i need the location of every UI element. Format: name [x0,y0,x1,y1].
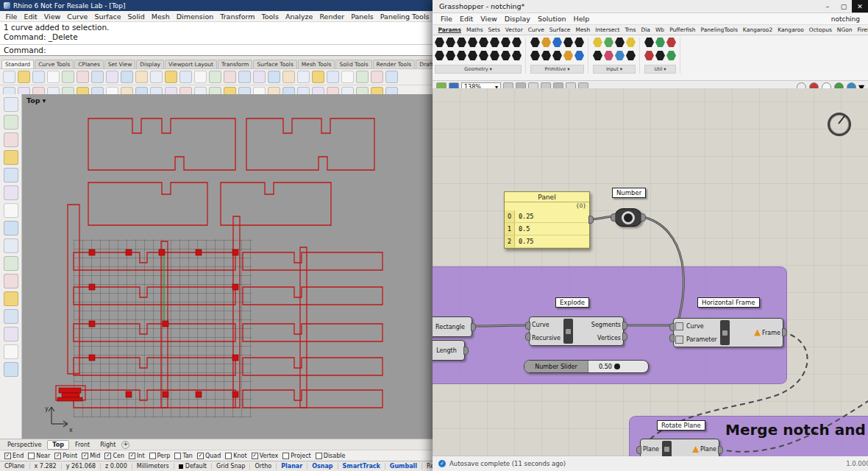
osnap-end[interactable]: ✓End [4,453,24,459]
rhino-sidebar-icon[interactable] [4,203,18,218]
grasshopper-title-bar[interactable]: Grasshopper - notching* – ▢ ✕ [433,0,868,13]
viewport-tab-top[interactable]: Top [47,440,69,450]
input-nub[interactable] [525,333,530,341]
output-nub[interactable] [718,446,723,454]
number-slider-track[interactable]: 0.50 [588,361,648,372]
new-viewport-tab-button[interactable]: + [121,441,129,449]
input-curve[interactable]: Curve [686,323,717,330]
rhino-toolbar-icon[interactable] [62,71,74,83]
rhino-toolbar-icon[interactable] [18,71,30,83]
rhino-menu-item[interactable]: Panels [348,13,377,21]
input-plane[interactable]: Plane [643,446,659,453]
input-component-icon[interactable] [593,51,602,60]
rotate-plane-icon[interactable] [662,441,672,456]
osnap-checkbox[interactable]: ✓ [4,453,11,459]
rhino-toolbar-icon[interactable] [194,71,207,83]
rhino-toolbar-icon[interactable] [356,71,369,83]
toggle-osnap[interactable]: Osnap [307,463,338,470]
rectangle-component[interactable]: Rectangle [433,316,472,337]
cplane-button[interactable]: CPlane [0,463,30,470]
gh-menu-item[interactable]: Solution [534,15,570,23]
rhino-toolbar-tab[interactable]: Solid Tools [335,60,371,68]
output-nub[interactable] [588,216,594,224]
rhino-toolbar-icon[interactable] [327,71,339,83]
rhino-toolbar-tab[interactable]: CPlanes [74,60,104,68]
rhino-toolbar-icon[interactable] [268,71,280,83]
tab-ngon[interactable]: NGon [834,26,855,33]
util-component-icon[interactable] [655,51,665,60]
rhino-menu-item[interactable]: Render [316,13,348,21]
number-slider-knob[interactable] [614,364,620,369]
toggle-grid-snap[interactable]: Grid Snap [212,463,250,470]
rhino-toolbar-icon[interactable] [91,71,104,83]
rotate-plane-label[interactable]: Rotate Plane [657,420,705,431]
osnap-checkbox[interactable] [149,453,156,459]
rhino-sidebar-icon[interactable] [4,115,18,130]
chevron-down-icon[interactable]: ▾ [43,96,46,105]
explode-component[interactable]: Curve Recursive Segments Vertices [529,316,624,346]
osnap-checkbox[interactable]: ✓ [82,453,88,459]
horizontal-frame-icon[interactable] [720,320,730,345]
rhino-sidebar-icon[interactable] [4,150,18,165]
units-label[interactable]: Millimeters [132,463,174,470]
gh-menu-item[interactable]: View [477,15,501,23]
osnap-knot[interactable]: Knot [225,453,246,459]
rhino-sidebar-icon[interactable] [4,362,18,377]
primitive-component-icon[interactable] [563,38,573,47]
number-slider-component[interactable]: Number Slider 0.50 [524,360,649,373]
input-component-icon[interactable] [604,38,613,47]
rhino-toolbar-tab[interactable]: Viewport Layout [165,60,217,68]
primitive-component-icon[interactable] [574,38,584,47]
gh-menu-item[interactable]: File [437,15,456,23]
panel-component[interactable]: Panel {0} 0 0.25 1 0.5 2 0.75 [504,191,590,249]
close-button[interactable]: ✕ [852,0,868,13]
minimize-button[interactable]: – [819,0,836,13]
viewport-top[interactable]: Top ▾ [22,94,434,439]
output-nub[interactable] [641,213,646,222]
util-component-icon[interactable] [666,38,676,47]
grasshopper-canvas[interactable]: Panel {0} 0 0.25 1 0.5 2 0.75 Number [433,88,868,456]
rhino-sidebar-icon[interactable] [4,291,18,306]
osnap-checkbox[interactable]: ✓ [129,453,135,459]
rhino-toolbar-tab[interactable]: Drafting [416,60,434,68]
gh-menu-item[interactable]: Edit [456,15,477,23]
rhino-toolbar-tab[interactable]: Render Tools [373,60,416,68]
rhino-sidebar-icon[interactable] [4,238,18,253]
geometry-component-icon[interactable] [501,51,511,60]
rhino-toolbar-icon[interactable] [121,71,133,83]
rhino-menu-item[interactable]: Analyze [282,13,316,21]
output-nub[interactable] [622,333,627,341]
rhino-toolbar-icon[interactable] [179,71,192,83]
rhino-sidebar-icon[interactable] [4,132,18,147]
rhino-menu-item[interactable]: Transform [217,13,258,21]
horizontal-frame-label[interactable]: Horizontal Frame [697,297,760,308]
tab-intersect[interactable]: Intersect [593,26,622,33]
rhino-menu-item[interactable]: Dimension [173,13,217,21]
input-component-icon[interactable] [615,51,625,60]
input-component-icon[interactable] [615,38,625,47]
geometry-component-icon[interactable] [468,38,477,47]
toggle-smarttrack[interactable]: SmartTrack [338,463,385,470]
osnap-quad[interactable]: ✓Quad [197,453,221,459]
rhino-toolbar-tab[interactable]: Standard [1,60,34,68]
rhino-sidebar-icon[interactable] [4,309,18,324]
rhino-sidebar-icon[interactable] [4,168,18,183]
viewport-tab-front[interactable]: Front [71,441,94,449]
rhino-toolbar-tab[interactable]: Transform [218,60,252,68]
toggle-ortho[interactable]: Ortho [250,463,277,470]
rhino-toolbar-tab[interactable]: Display [136,60,164,68]
rhino-toolbar-tab[interactable]: Mesh Tools [298,60,335,68]
osnap-checkbox[interactable]: ✓ [252,453,258,459]
osnap-int[interactable]: ✓Int [129,453,145,459]
ribbon-group-label[interactable]: Util ▾ [644,65,676,74]
horizontal-frame-component[interactable]: Curve Parameter Frame [673,318,783,347]
output-nub[interactable] [782,328,787,336]
geometry-component-icon[interactable] [435,38,444,47]
osnap-checkbox[interactable] [225,453,232,459]
rhino-toolbar-icon[interactable] [77,71,89,83]
tab-surface[interactable]: Surface [547,26,573,33]
rhino-sidebar-icon[interactable] [4,327,18,341]
geometry-component-icon[interactable] [479,51,488,60]
osnap-cen[interactable]: ✓Cen [104,453,124,459]
input-component-icon[interactable] [626,38,636,47]
